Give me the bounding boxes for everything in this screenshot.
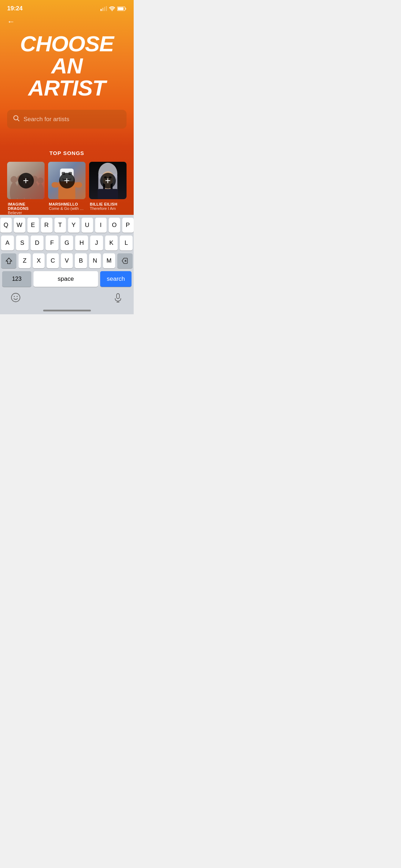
key-b[interactable]: B — [75, 253, 87, 268]
top-songs-section: TOP SONGS — [0, 146, 134, 215]
svg-rect-3 — [106, 6, 107, 11]
song-card-imagine-dragons[interactable]: + IMAGINE DRAGONS Believer — [7, 162, 45, 215]
svg-rect-5 — [118, 7, 124, 10]
page-title: CHOOSE ANARTIST — [0, 29, 134, 110]
key-l[interactable]: L — [120, 236, 133, 250]
keyboard-bottom-row: 123 space search — [1, 271, 133, 290]
add-imagine-dragons-button[interactable]: + — [18, 173, 34, 188]
home-indicator — [0, 310, 134, 314]
keyboard-accessories — [0, 290, 134, 310]
search-key[interactable]: search — [100, 271, 132, 287]
key-y[interactable]: Y — [68, 218, 79, 233]
svg-line-8 — [18, 120, 20, 122]
battery-icon — [117, 6, 127, 11]
svg-rect-2 — [104, 7, 105, 11]
key-i[interactable]: I — [95, 218, 107, 233]
search-placeholder: Search for artists — [24, 116, 121, 123]
key-d[interactable]: D — [31, 236, 43, 250]
svg-point-7 — [14, 116, 18, 120]
key-x[interactable]: X — [33, 253, 45, 268]
numeric-key[interactable]: 123 — [2, 271, 31, 287]
key-s[interactable]: S — [16, 236, 29, 250]
key-w[interactable]: W — [14, 218, 25, 233]
song-card-billie-eilish[interactable]: + BILLIE EILISH Therefore I Am — [89, 162, 127, 215]
space-key[interactable]: space — [34, 271, 98, 287]
billie-eilish-info: BILLIE EILISH Therefore I Am — [89, 199, 127, 211]
svg-rect-26 — [74, 182, 82, 187]
emoji-button[interactable] — [11, 293, 21, 303]
key-t[interactable]: T — [55, 218, 66, 233]
signal-icon — [101, 6, 107, 11]
status-icons — [101, 6, 127, 11]
search-icon — [13, 115, 20, 124]
key-m[interactable]: M — [103, 253, 115, 268]
key-q[interactable]: Q — [0, 218, 12, 233]
key-g[interactable]: G — [61, 236, 73, 250]
billie-eilish-song: Therefore I Am — [90, 206, 126, 211]
svg-point-40 — [11, 293, 20, 302]
keyboard-row-2: A S D F G H J K L — [1, 236, 133, 250]
add-marshmello-button[interactable]: + — [59, 173, 75, 188]
song-card-marshmello[interactable]: + MARSHMELLO Come & Go (with … — [48, 162, 86, 215]
search-container: Search for artists — [0, 110, 134, 136]
key-o[interactable]: O — [109, 218, 120, 233]
svg-rect-35 — [98, 189, 118, 199]
svg-point-41 — [14, 296, 15, 297]
key-v[interactable]: V — [61, 253, 73, 268]
key-h[interactable]: H — [75, 236, 88, 250]
marshmello-name: MARSHMELLO — [49, 202, 85, 206]
add-billie-eilish-button[interactable]: + — [100, 173, 116, 188]
delete-key[interactable] — [117, 253, 133, 268]
svg-point-11 — [11, 176, 17, 183]
search-bar[interactable]: Search for artists — [7, 110, 127, 129]
shift-key[interactable] — [1, 253, 16, 268]
key-f[interactable]: F — [46, 236, 58, 250]
key-n[interactable]: N — [89, 253, 101, 268]
key-j[interactable]: J — [90, 236, 103, 250]
key-p[interactable]: P — [122, 218, 134, 233]
key-e[interactable]: E — [27, 218, 39, 233]
marshmello-info: MARSHMELLO Come & Go (with … — [48, 199, 86, 211]
wifi-icon — [109, 6, 115, 11]
svg-point-19 — [37, 177, 43, 184]
keyboard-row-1: Q W E R T Y U I O P — [1, 218, 133, 233]
key-r[interactable]: R — [41, 218, 52, 233]
song-image-imagine-dragons: + — [7, 162, 45, 199]
imagine-dragons-info: IMAGINE DRAGONS Believer — [7, 199, 45, 215]
key-u[interactable]: U — [82, 218, 93, 233]
back-button[interactable]: ← — [0, 14, 22, 29]
svg-rect-25 — [52, 182, 59, 187]
song-image-billie-eilish: + — [89, 162, 127, 199]
svg-marker-37 — [6, 258, 12, 264]
songs-grid: + IMAGINE DRAGONS Believer — [7, 162, 127, 215]
imagine-dragons-name: IMAGINE DRAGONS — [8, 202, 44, 211]
billie-eilish-name: BILLIE EILISH — [90, 202, 126, 206]
home-bar — [43, 310, 91, 311]
svg-rect-0 — [101, 9, 102, 11]
status-bar: 19:24 — [0, 0, 134, 14]
song-image-marshmello: + — [48, 162, 86, 199]
svg-rect-43 — [117, 294, 119, 299]
top-songs-label: TOP SONGS — [7, 150, 127, 156]
svg-rect-6 — [125, 8, 127, 10]
svg-rect-1 — [102, 8, 103, 11]
status-time: 19:24 — [7, 5, 22, 12]
key-a[interactable]: A — [1, 236, 14, 250]
key-c[interactable]: C — [47, 253, 58, 268]
microphone-button[interactable] — [113, 293, 123, 303]
marshmello-song: Come & Go (with … — [49, 206, 85, 211]
keyboard-row-3: Z X C V B N M — [1, 253, 133, 268]
key-k[interactable]: K — [105, 236, 118, 250]
key-z[interactable]: Z — [19, 253, 30, 268]
imagine-dragons-song: Believer — [8, 211, 44, 215]
keyboard: Q W E R T Y U I O P A S D F G H J K L Z … — [0, 215, 134, 290]
svg-point-42 — [17, 296, 18, 297]
